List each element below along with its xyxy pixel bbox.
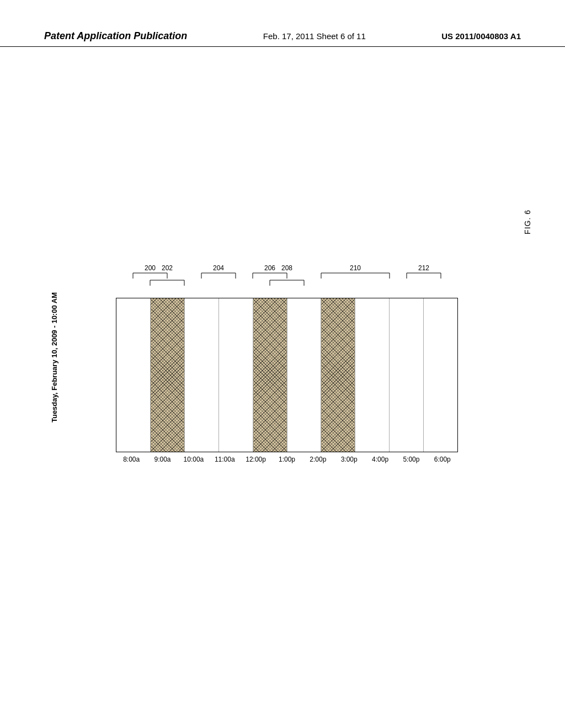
- bar-3pm: [355, 298, 389, 452]
- bar-5pm: [424, 298, 457, 452]
- time-label-500p: 5:00p: [396, 453, 427, 463]
- bar-9am: [151, 298, 184, 452]
- bar-10am: [185, 298, 218, 452]
- bar-col-12pm: [253, 298, 287, 452]
- bar-col-11am: [219, 298, 253, 452]
- bar-col-8am: [116, 298, 151, 452]
- bar-col-10am: [185, 298, 219, 452]
- time-label-100p: 1:00p: [271, 453, 302, 463]
- bar-8am: [116, 298, 150, 452]
- svg-text:208: 208: [281, 265, 292, 272]
- time-label-300p: 3:00p: [334, 453, 365, 463]
- bar-1pm: [287, 298, 321, 452]
- diagram-title: Tuesday, February 10, 2009 - 10:00 AM: [50, 292, 116, 422]
- figure-label: FIG. 6: [523, 210, 532, 234]
- patent-number: US 2011/0040803 A1: [441, 31, 521, 41]
- chart: [116, 298, 458, 452]
- page: Patent Application Publication Feb. 17, …: [0, 0, 565, 728]
- svg-text:206: 206: [264, 265, 275, 272]
- time-label-1100a: 11:00a: [209, 453, 240, 463]
- sheet-info: Feb. 17, 2011 Sheet 6 of 11: [263, 31, 366, 41]
- time-label-1200p: 12:00p: [240, 453, 271, 463]
- bar-col-4pm: [390, 298, 424, 452]
- diagram-area: Tuesday, February 10, 2009 - 10:00 AM 20…: [55, 265, 475, 496]
- time-label-1000a: 10:00a: [178, 453, 209, 463]
- svg-text:202: 202: [162, 265, 173, 272]
- time-axis: 8:00a 9:00a 10:00a 11:00a 12:00p 1:00p 2…: [116, 453, 458, 463]
- svg-text:210: 210: [350, 265, 361, 272]
- bar-2pm: [321, 298, 355, 452]
- time-label-800a: 8:00a: [116, 453, 147, 463]
- bar-col-3pm: [355, 298, 390, 452]
- bar-col-1pm: [287, 298, 322, 452]
- time-label-row: 8:00a 9:00a 10:00a 11:00a 12:00p 1:00p 2…: [116, 453, 458, 463]
- svg-text:212: 212: [418, 265, 429, 272]
- time-label-200p: 2:00p: [302, 453, 333, 463]
- time-label-900a: 9:00a: [147, 453, 178, 463]
- bar-12pm: [253, 298, 287, 452]
- svg-text:204: 204: [213, 265, 224, 272]
- time-label-400p: 4:00p: [365, 453, 396, 463]
- bar-4pm: [390, 298, 423, 452]
- time-label-600p: 6:00p: [427, 453, 458, 463]
- page-header: Patent Application Publication Feb. 17, …: [0, 30, 565, 47]
- bar-col-5pm: [424, 298, 457, 452]
- bar-col-2pm: [321, 298, 355, 452]
- bar-col-9am: [151, 298, 185, 452]
- publication-title: Patent Application Publication: [44, 30, 187, 42]
- svg-text:200: 200: [145, 265, 156, 272]
- reference-brackets-svg: 200 202 204 206 208 210: [116, 265, 458, 299]
- bar-11am: [219, 298, 253, 452]
